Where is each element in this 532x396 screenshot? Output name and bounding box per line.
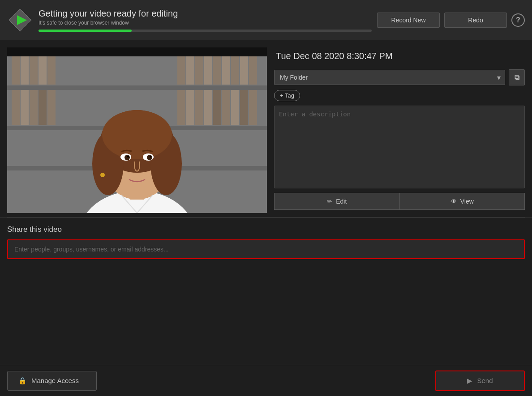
svg-rect-27 xyxy=(177,90,185,125)
redo-button[interactable]: Redo xyxy=(444,13,507,28)
send-button[interactable]: ▶ Send xyxy=(435,370,525,391)
svg-point-49 xyxy=(100,173,105,177)
manage-access-button[interactable]: 🔒 Manage Access xyxy=(7,371,97,391)
svg-rect-5 xyxy=(7,85,267,90)
svg-rect-22 xyxy=(12,90,20,125)
svg-point-45 xyxy=(124,155,130,160)
edit-button[interactable]: ✏ Edit xyxy=(274,193,399,210)
svg-rect-25 xyxy=(39,90,47,125)
progress-bar-fill xyxy=(39,30,132,32)
svg-rect-30 xyxy=(204,90,212,125)
svg-rect-18 xyxy=(222,54,230,85)
svg-rect-35 xyxy=(249,90,257,125)
svg-rect-12 xyxy=(47,54,56,85)
timestamp: Tue Dec 08 2020 8:30:47 PM xyxy=(274,47,525,65)
bottom-bar: 🔒 Manage Access ▶ Send xyxy=(0,365,532,396)
lock-icon: 🔒 xyxy=(18,377,27,385)
svg-rect-8 xyxy=(12,54,20,85)
description-textarea[interactable] xyxy=(274,106,525,188)
svg-rect-9 xyxy=(21,54,29,85)
external-link-button[interactable]: ⧉ xyxy=(509,69,525,85)
progress-bar-container xyxy=(39,30,372,32)
folder-select[interactable]: My FolderShared FolderArchive xyxy=(274,70,505,85)
share-input[interactable] xyxy=(7,239,525,259)
header-buttons: Record New Redo ? xyxy=(377,13,525,28)
view-button[interactable]: 👁 View xyxy=(399,193,525,210)
share-section: Share this video xyxy=(0,217,532,266)
svg-rect-32 xyxy=(222,90,230,125)
tag-button[interactable]: + Tag xyxy=(274,90,300,101)
svg-rect-33 xyxy=(231,90,239,125)
header-text-block: Getting your video ready for editing It'… xyxy=(39,9,372,32)
svg-rect-31 xyxy=(213,90,221,125)
video-preview xyxy=(7,47,267,213)
svg-rect-16 xyxy=(204,54,212,85)
svg-rect-14 xyxy=(186,54,194,85)
main-content: Tue Dec 08 2020 8:30:47 PM My FolderShar… xyxy=(0,40,532,217)
svg-point-47 xyxy=(127,156,129,158)
svg-point-42 xyxy=(102,110,172,159)
send-arrow-icon: ▶ xyxy=(467,377,472,385)
eye-icon: 👁 xyxy=(450,198,457,205)
share-title: Share this video xyxy=(7,225,525,234)
folder-select-wrapper: My FolderShared FolderArchive ▾ xyxy=(274,70,505,85)
svg-rect-11 xyxy=(39,54,47,85)
video-canvas xyxy=(7,47,267,213)
svg-rect-28 xyxy=(186,90,194,125)
record-new-button[interactable]: Record New xyxy=(377,13,440,28)
svg-rect-21 xyxy=(249,54,257,85)
svg-rect-10 xyxy=(30,54,38,85)
svg-rect-34 xyxy=(240,90,248,125)
svg-rect-23 xyxy=(21,90,29,125)
manage-access-label: Manage Access xyxy=(31,377,79,384)
svg-rect-13 xyxy=(177,54,185,85)
view-label: View xyxy=(460,198,474,205)
svg-rect-24 xyxy=(30,90,38,125)
help-button[interactable]: ? xyxy=(511,13,525,27)
action-buttons: ✏ Edit 👁 View xyxy=(274,193,525,210)
svg-rect-19 xyxy=(231,54,239,85)
folder-row: My FolderShared FolderArchive ▾ ⧉ xyxy=(274,69,525,85)
svg-rect-17 xyxy=(213,54,221,85)
svg-rect-26 xyxy=(47,90,56,125)
header-subtitle: It's safe to close your browser window xyxy=(39,20,372,26)
edit-label: Edit xyxy=(336,198,347,205)
app-logo xyxy=(7,7,33,33)
pencil-icon: ✏ xyxy=(327,198,332,205)
svg-rect-50 xyxy=(7,47,267,56)
svg-rect-29 xyxy=(195,90,203,125)
svg-point-48 xyxy=(150,156,151,158)
svg-point-46 xyxy=(147,155,152,160)
svg-rect-15 xyxy=(195,54,203,85)
header: Getting your video ready for editing It'… xyxy=(0,0,532,40)
header-title: Getting your video ready for editing xyxy=(39,9,372,19)
right-panel: Tue Dec 08 2020 8:30:47 PM My FolderShar… xyxy=(274,47,525,210)
svg-rect-20 xyxy=(240,54,248,85)
send-label: Send xyxy=(477,377,493,384)
